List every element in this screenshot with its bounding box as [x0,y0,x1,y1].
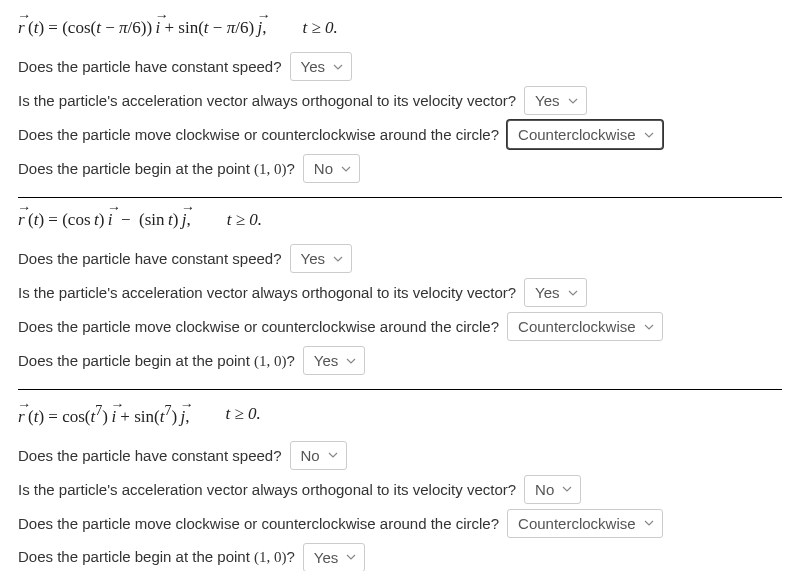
dropdown-value: Yes [314,352,338,369]
question-text: Does the particle move clockwise or coun… [18,318,499,335]
question-text: Is the particle's acceleration vector al… [18,284,516,301]
dropdown-value: Yes [301,58,325,75]
equation-formula: r (t) = (cos t) i − (sin t) j, [18,210,191,230]
divider [18,197,782,198]
chevron-down-icon [644,324,654,330]
question-text: Does the particle begin at the point (1,… [18,352,295,370]
answer-dropdown[interactable]: Yes [290,52,352,81]
dropdown-value: Yes [535,92,559,109]
chevron-down-icon [346,554,356,560]
equation: r (t) = (cos t) i − (sin t) j,t ≥ 0. [18,210,782,230]
question-text: Does the particle move clockwise or coun… [18,515,499,532]
problem-block: r (t) = (cos t) i − (sin t) j,t ≥ 0.Does… [18,210,782,375]
answer-dropdown[interactable]: Yes [290,244,352,273]
answer-dropdown[interactable]: Counterclockwise [507,120,663,149]
answer-dropdown[interactable]: Yes [524,86,586,115]
divider [18,389,782,390]
equation-formula: r (t) = (cos(t − π/6)) i + sin(t − π/6) … [18,18,266,38]
question-row: Does the particle have constant speed?Ye… [18,52,782,81]
equation-domain: t ≥ 0. [226,404,261,424]
question-row: Does the particle have constant speed?Ye… [18,244,782,273]
dropdown-value: Yes [535,284,559,301]
chevron-down-icon [333,256,343,262]
chevron-down-icon [562,486,572,492]
question-text: Is the particle's acceleration vector al… [18,481,516,498]
answer-dropdown[interactable]: Counterclockwise [507,509,663,538]
dropdown-value: Counterclockwise [518,318,636,335]
dropdown-value: Counterclockwise [518,515,636,532]
question-row: Does the particle begin at the point (1,… [18,543,782,571]
dropdown-value: No [314,160,333,177]
question-text: Does the particle move clockwise or coun… [18,126,499,143]
question-row: Does the particle move clockwise or coun… [18,312,782,341]
question-text: Does the particle begin at the point (1,… [18,160,295,178]
answer-dropdown[interactable]: No [524,475,581,504]
chevron-down-icon [644,520,654,526]
answer-dropdown[interactable]: Yes [303,543,365,571]
equation-domain: t ≥ 0. [302,18,337,38]
question-row: Does the particle begin at the point (1,… [18,154,782,183]
question-row: Does the particle begin at the point (1,… [18,346,782,375]
dropdown-value: Counterclockwise [518,126,636,143]
answer-dropdown[interactable]: No [290,441,347,470]
question-text: Is the particle's acceleration vector al… [18,92,516,109]
equation: r (t) = (cos(t − π/6)) i + sin(t − π/6) … [18,18,782,38]
problem-block: r (t) = (cos(t − π/6)) i + sin(t − π/6) … [18,18,782,183]
answer-dropdown[interactable]: Yes [303,346,365,375]
chevron-down-icon [568,290,578,296]
dropdown-value: Yes [314,549,338,566]
question-row: Is the particle's acceleration vector al… [18,86,782,115]
question-row: Is the particle's acceleration vector al… [18,475,782,504]
equation-formula: r (t) = cos(t7) i + sin(t7) j, [18,402,190,427]
chevron-down-icon [341,166,351,172]
equation: r (t) = cos(t7) i + sin(t7) j,t ≥ 0. [18,402,782,427]
answer-dropdown[interactable]: Counterclockwise [507,312,663,341]
chevron-down-icon [328,452,338,458]
dropdown-value: No [535,481,554,498]
chevron-down-icon [568,98,578,104]
problem-block: r (t) = cos(t7) i + sin(t7) j,t ≥ 0.Does… [18,402,782,571]
question-text: Does the particle have constant speed? [18,58,282,75]
question-row: Does the particle have constant speed?No [18,441,782,470]
equation-domain: t ≥ 0. [227,210,262,230]
chevron-down-icon [644,132,654,138]
question-row: Does the particle move clockwise or coun… [18,120,782,149]
question-text: Does the particle have constant speed? [18,447,282,464]
question-row: Is the particle's acceleration vector al… [18,278,782,307]
chevron-down-icon [333,64,343,70]
question-text: Does the particle begin at the point (1,… [18,548,295,566]
question-row: Does the particle move clockwise or coun… [18,509,782,538]
chevron-down-icon [346,358,356,364]
question-text: Does the particle have constant speed? [18,250,282,267]
answer-dropdown[interactable]: No [303,154,360,183]
dropdown-value: Yes [301,250,325,267]
answer-dropdown[interactable]: Yes [524,278,586,307]
dropdown-value: No [301,447,320,464]
